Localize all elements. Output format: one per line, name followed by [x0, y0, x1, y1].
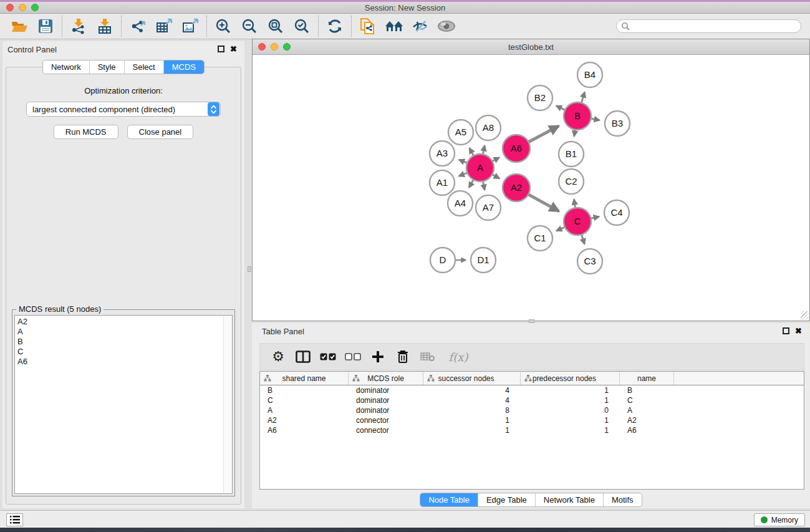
float-table-panel-icon[interactable] — [783, 327, 789, 334]
tab-node-table[interactable]: Node Table — [420, 493, 478, 506]
toolbar-separator — [318, 16, 319, 37]
table-cell: dominator — [349, 405, 423, 415]
column-header-filler — [674, 372, 804, 385]
mcds-result-title: MCDS result (5 nodes) — [16, 304, 104, 314]
tab-motifs[interactable]: Motifs — [603, 493, 642, 506]
delete-column-button[interactable] — [395, 347, 411, 366]
task-history-button[interactable] — [6, 513, 23, 526]
column-header-mcds-role[interactable]: MCDS role — [349, 372, 423, 385]
mcds-result-item[interactable]: A2 — [17, 317, 223, 327]
graph-edge-A-A8[interactable] — [483, 145, 485, 154]
show-all-button[interactable] — [433, 15, 460, 37]
graph-node-label: B1 — [566, 148, 577, 159]
import-network-button[interactable] — [65, 15, 92, 37]
zoom-out-button[interactable] — [236, 15, 263, 37]
search-input[interactable] — [632, 21, 801, 32]
close-panel-icon[interactable]: ✖ — [230, 46, 237, 52]
graph-edge-C-C1[interactable] — [556, 227, 565, 231]
graph-edge-A-A2[interactable] — [492, 175, 499, 178]
graph-edge-B-B4[interactable] — [581, 92, 584, 103]
close-table-panel-icon[interactable]: ✖ — [795, 327, 802, 334]
new-network-from-selection-button[interactable] — [355, 15, 381, 37]
zoom-selected-button[interactable] — [289, 15, 315, 37]
zoom-fit-button[interactable] — [263, 15, 289, 37]
tab-edge-table[interactable]: Edge Table — [478, 493, 535, 506]
graph-edge-A-A3[interactable] — [459, 160, 467, 163]
network-window-titlebar[interactable]: testGlobe.txt — [253, 39, 809, 55]
column-header-name[interactable]: name — [620, 372, 674, 385]
export-image-button[interactable] — [177, 15, 203, 37]
graph-edge-A-A7[interactable] — [483, 181, 485, 190]
graph-edge-B-B3[interactable] — [591, 118, 600, 120]
result-list-scrollbar[interactable] — [223, 316, 232, 493]
graph-node-label: A1 — [436, 177, 448, 188]
graph-edge-A2-C[interactable] — [528, 195, 559, 211]
horizontal-splitter-handle[interactable] — [529, 319, 534, 323]
mcds-result-item[interactable]: B — [17, 337, 223, 347]
table-row[interactable]: Cdominator41C — [260, 395, 804, 405]
graph-edge-C-C3[interactable] — [582, 235, 585, 244]
export-image-icon — [182, 18, 199, 34]
apply-layout-button[interactable] — [322, 15, 348, 37]
tab-mcds[interactable]: MCDS — [163, 60, 204, 74]
save-session-button[interactable] — [32, 15, 59, 37]
panel-splitter-handle[interactable] — [248, 266, 251, 272]
table-row[interactable]: Adominator80A — [260, 405, 804, 415]
window-resize-grip[interactable] — [801, 311, 809, 319]
graph-node-label: C4 — [610, 207, 622, 218]
open-session-button[interactable] — [6, 15, 32, 37]
column-header-successor-nodes[interactable]: successor nodes — [423, 372, 521, 385]
column-header-predecessor-nodes[interactable]: predecessor nodes — [521, 372, 620, 385]
network-canvas[interactable]: B4B2BB3A5A8A6B1A3AC2A1A2A4A7C4CC1DD1C3 — [253, 55, 809, 320]
table-cell: A — [620, 405, 674, 415]
mcds-result-item[interactable]: A6 — [17, 357, 223, 367]
table-row[interactable]: A6connector11A6 — [260, 425, 804, 435]
export-table-button[interactable] — [151, 15, 177, 37]
import-table-button[interactable] — [92, 15, 118, 37]
graph-edge-A-A1[interactable] — [459, 173, 468, 176]
column-settings-button[interactable]: ⚙ — [270, 347, 286, 366]
delete-table-button[interactable] — [420, 347, 436, 366]
graph-edge-C-C2[interactable] — [574, 199, 575, 208]
export-network-button[interactable] — [125, 15, 151, 37]
import-network-icon — [70, 18, 87, 34]
table-panel: Table Panel ✖ ⚙ f — [252, 323, 810, 508]
graph-edge-B-B2[interactable] — [556, 106, 565, 110]
graph-edge-C-C4[interactable] — [591, 216, 599, 218]
show-hide-panels-button[interactable] — [381, 15, 407, 37]
tab-select[interactable]: Select — [124, 60, 163, 74]
hide-selected-button[interactable] — [407, 15, 433, 37]
table-row[interactable]: Bdominator41B — [260, 385, 804, 395]
search-field[interactable] — [616, 19, 801, 33]
add-column-button[interactable] — [370, 347, 386, 366]
graph-edge-A-A5[interactable] — [470, 148, 474, 155]
checked-boxes-icon — [320, 353, 336, 360]
tab-network-table[interactable]: Network Table — [535, 493, 603, 506]
table-panel-title: Table Panel — [262, 327, 304, 336]
split-view-button[interactable] — [295, 347, 311, 366]
zoom-in-button[interactable] — [210, 15, 236, 37]
float-panel-icon[interactable] — [218, 46, 224, 52]
tab-style[interactable]: Style — [89, 60, 124, 74]
column-header-shared-name[interactable]: shared name — [260, 372, 349, 385]
deselect-all-checkboxes-button[interactable] — [345, 347, 361, 366]
criterion-dropdown[interactable]: largest connected component (directed) — [26, 102, 221, 117]
graph-node-label: A7 — [483, 202, 494, 213]
table-row[interactable]: A2connector11A2 — [260, 415, 804, 425]
mcds-result-item[interactable]: C — [17, 347, 223, 357]
graph-edge-A6-B[interactable] — [528, 126, 559, 142]
toolbar-separator — [206, 16, 207, 37]
graph-edge-B-B1[interactable] — [574, 130, 576, 137]
mcds-result-item[interactable]: A — [17, 327, 223, 337]
graph-edge-A-A4[interactable] — [469, 180, 473, 188]
function-builder-button[interactable]: f(x) — [445, 347, 472, 366]
fx-icon: f(x) — [449, 351, 468, 364]
select-all-checkboxes-button[interactable] — [320, 347, 336, 366]
tab-network[interactable]: Network — [43, 60, 89, 74]
mcds-result-list[interactable]: A2ABCA6 — [14, 315, 233, 494]
graph-edge-A-A6[interactable] — [492, 158, 499, 162]
close-panel-button[interactable]: Close panel — [127, 125, 194, 139]
import-table-icon — [97, 18, 113, 34]
memory-button[interactable]: Memory — [754, 513, 805, 526]
run-mcds-button[interactable]: Run MCDS — [54, 125, 118, 139]
